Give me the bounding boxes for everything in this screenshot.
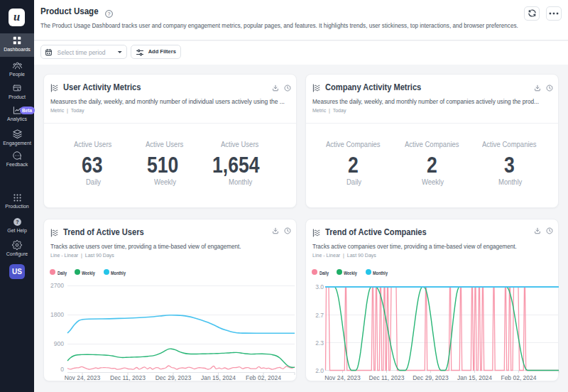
svg-text:2.3: 2.3 [315, 339, 324, 347]
svg-text:Dec 11, 2023: Dec 11, 2023 [110, 374, 146, 381]
svg-text:Nov 24, 2023: Nov 24, 2023 [65, 374, 101, 381]
svg-text:?: ? [108, 11, 111, 16]
svg-text:1800: 1800 [50, 311, 64, 318]
svg-text:Jan 15, 2024: Jan 15, 2024 [457, 374, 492, 381]
svg-text:Feb 02, 2024: Feb 02, 2024 [501, 374, 536, 381]
svg-text:2.0: 2.0 [315, 367, 324, 374]
svg-text:Dec 29, 2023: Dec 29, 2023 [155, 374, 192, 381]
svg-text:2.7: 2.7 [315, 312, 324, 319]
svg-text:Dec 11, 2023: Dec 11, 2023 [369, 374, 405, 381]
svg-text:3.0: 3.0 [315, 283, 324, 290]
svg-text:Feb 02, 2024: Feb 02, 2024 [246, 374, 281, 381]
svg-text:Nov 24, 2023: Nov 24, 2023 [324, 374, 361, 381]
svg-text:Jan 15, 2024: Jan 15, 2024 [201, 374, 236, 381]
svg-text:?: ? [16, 219, 18, 224]
svg-text:2700: 2700 [50, 282, 64, 289]
svg-text:0: 0 [60, 366, 64, 373]
svg-text:900: 900 [54, 340, 64, 347]
svg-text:Dec 29, 2023: Dec 29, 2023 [413, 374, 449, 381]
